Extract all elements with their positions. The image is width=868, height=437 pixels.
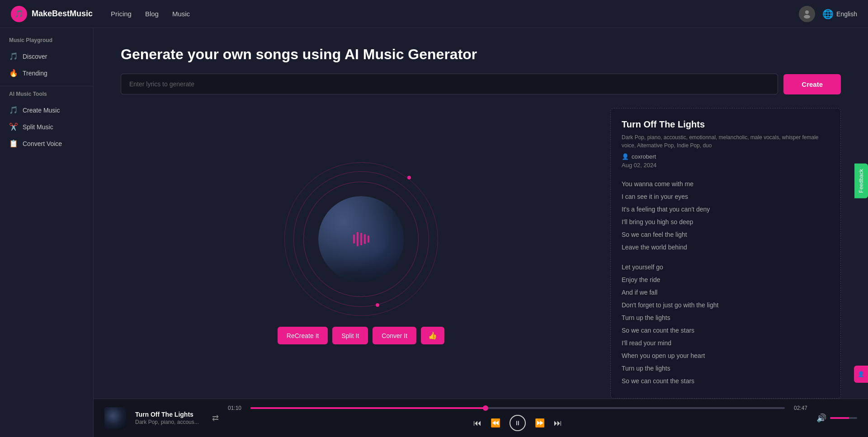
main-layout: Music Playgroud 🎵 Discover 🔥 Trending AI…: [0, 28, 868, 437]
feedback-label: Feedback: [858, 169, 864, 193]
progress-row: 01:10 02:47: [228, 405, 807, 411]
progress-bar[interactable]: [250, 407, 785, 409]
volume-area: 🔊: [816, 413, 857, 423]
split-button[interactable]: Split It: [332, 327, 368, 344]
lyrics-line-3: It's a feeling that you can't deny: [622, 203, 830, 216]
visualizer-container: [284, 162, 438, 316]
lyrics-line-8: Enjoy the ride: [622, 273, 830, 286]
author-icon: 👤: [622, 153, 629, 160]
player-song-tags: Dark Pop, piano, accous...: [135, 419, 203, 425]
volume-icon: 🔊: [816, 413, 826, 423]
nav-music[interactable]: Music: [172, 10, 190, 18]
language-label: English: [836, 10, 857, 18]
lyrics-line-10: Don't forget to just go with the light: [622, 299, 830, 311]
feedback-button[interactable]: Feedback: [854, 164, 868, 198]
create-music-icon: 🎵: [9, 106, 18, 114]
lyrics-tags: Dark Pop, piano, accoustic, emotionnal, …: [622, 133, 830, 150]
play-pause-button[interactable]: ⏸: [509, 415, 526, 431]
player-info: Turn Off The Lights Dark Pop, piano, acc…: [135, 411, 203, 425]
lyrics-line-4: I'll bring you high so deep: [622, 216, 830, 228]
player-thumbnail: [104, 407, 126, 429]
recreate-button[interactable]: ReCreate It: [278, 327, 328, 344]
controls-row: ⏮ ⏪ ⏸ ⏩ ⏭: [473, 415, 562, 431]
player-song-name: Turn Off The Lights: [135, 411, 203, 418]
album-art: [318, 196, 404, 282]
app-name: MakeBestMusic: [32, 9, 93, 19]
lyrics-author: coxrobert: [632, 153, 656, 160]
lyrics-text: You wanna come with me I can see it in y…: [622, 178, 830, 387]
sidebar-item-trending-label: Trending: [23, 70, 47, 77]
progress-dot: [483, 405, 488, 411]
sidebar-item-create-music-label: Create Music: [23, 107, 60, 114]
sidebar-item-convert-voice-label: Convert Voice: [23, 140, 62, 147]
user-avatar[interactable]: [799, 6, 815, 22]
lyrics-line-6: Leave the world behind: [622, 241, 830, 254]
nav-pricing[interactable]: Pricing: [111, 10, 132, 18]
sidebar-item-discover-label: Discover: [23, 53, 47, 60]
sidebar-item-trending[interactable]: 🔥 Trending: [0, 65, 93, 81]
sound-bars: [353, 232, 369, 246]
sidebar-item-split-music[interactable]: ✂️ Split Music: [0, 118, 93, 135]
like-button[interactable]: 👍: [421, 327, 444, 344]
lyrics-line-12: So we can count the stars: [622, 324, 830, 337]
discover-icon: 🎵: [9, 52, 18, 61]
shuffle-button[interactable]: ⇄: [212, 413, 219, 423]
lyrics-line-15: Turn up the lights: [622, 362, 830, 375]
bar-2: [357, 232, 359, 246]
split-music-icon: ✂️: [9, 122, 18, 131]
bar-1: [353, 235, 355, 244]
logo-icon: 🎵: [11, 6, 27, 22]
svg-point-1: [804, 15, 810, 19]
lyrics-date: Aug 02, 2024: [622, 162, 830, 169]
trending-icon: 🔥: [9, 69, 18, 77]
lyrics-input[interactable]: [121, 74, 778, 94]
player-lyrics-area: ReCreate It Split It Conver It 👍 Turn Of…: [94, 103, 868, 399]
logo-area[interactable]: 🎵 MakeBestMusic: [11, 6, 93, 22]
player-controls-area: 01:10 02:47 ⏮ ⏪ ⏸ ⏩ ⏭: [228, 405, 807, 431]
sidebar-item-split-music-label: Split Music: [23, 123, 53, 131]
lyrics-line-5: So we can feel the light: [622, 228, 830, 241]
sidebar-item-create-music[interactable]: 🎵 Create Music: [0, 102, 93, 118]
sidebar-divider: [0, 86, 93, 86]
skip-forward-button[interactable]: ⏭: [554, 418, 562, 428]
bar-5: [368, 235, 369, 243]
action-buttons: ReCreate It Split It Conver It 👍: [278, 327, 444, 344]
ring-dot-1: [407, 176, 411, 179]
header: 🎵 MakeBestMusic Pricing Blog Music 🌐 Eng…: [0, 0, 868, 28]
lyrics-line-11: Turn up the lights: [622, 311, 830, 324]
skip-back-button[interactable]: ⏮: [473, 418, 481, 428]
avatar-floating-icon: 👤: [858, 371, 864, 377]
sidebar-section-tools: AI Music Tools: [0, 91, 93, 102]
lyrics-stanza-1: You wanna come with me I can see it in y…: [622, 178, 830, 254]
avatar-floating-button[interactable]: 👤: [854, 366, 868, 383]
lyrics-line-2: I can see it in your eyes: [622, 190, 830, 203]
lyrics-author-row: 👤 coxrobert: [622, 153, 830, 160]
lyrics-line-14: When you open up your heart: [622, 349, 830, 362]
convert-button[interactable]: Conver It: [373, 327, 416, 344]
nav-blog[interactable]: Blog: [145, 10, 159, 18]
lyrics-song-title: Turn Off The Lights: [622, 119, 830, 130]
lyrics-panel: Turn Off The Lights Dark Pop, piano, acc…: [610, 108, 841, 399]
create-button[interactable]: Create: [783, 74, 841, 94]
total-time: 02:47: [790, 405, 807, 411]
forward-button[interactable]: ⏩: [535, 418, 545, 428]
content-area: Generate your own songs using AI Music G…: [94, 28, 868, 437]
bar-4: [364, 234, 366, 244]
progress-fill: [250, 407, 486, 409]
lyrics-line-7: Let yourself go: [622, 261, 830, 273]
sidebar-item-discover[interactable]: 🎵 Discover: [0, 48, 93, 65]
nav-links: Pricing Blog Music: [111, 10, 799, 18]
lyrics-stanza-2: Let yourself go Enjoy the ride And if we…: [622, 261, 830, 387]
lyrics-line-16: So we can count the stars: [622, 375, 830, 387]
lyrics-line-1: You wanna come with me: [622, 178, 830, 190]
ring-dot-2: [376, 303, 379, 307]
rewind-button[interactable]: ⏪: [491, 418, 500, 428]
bar-3: [360, 233, 362, 245]
volume-bar[interactable]: [830, 417, 857, 419]
language-selector[interactable]: 🌐 English: [822, 9, 857, 19]
sidebar-item-convert-voice[interactable]: 📋 Convert Voice: [0, 135, 93, 152]
album-art-inner: [318, 196, 404, 282]
visualizer-section: ReCreate It Split It Conver It 👍: [121, 108, 601, 399]
current-time: 01:10: [228, 405, 245, 411]
svg-point-0: [805, 10, 809, 14]
